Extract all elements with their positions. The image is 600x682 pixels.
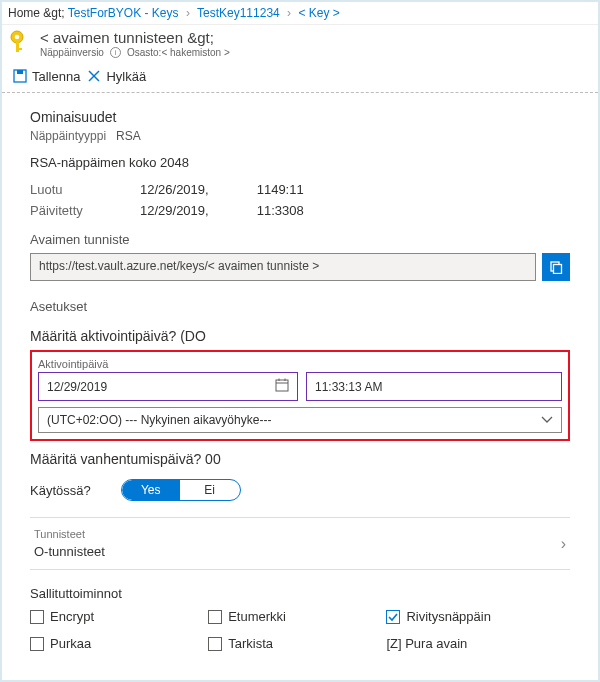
svg-point-1 [15, 35, 20, 40]
properties-heading: Ominaisuudet [30, 109, 570, 125]
created-time: 1149:11 [257, 182, 304, 197]
close-icon [86, 68, 102, 84]
calendar-icon [275, 378, 289, 395]
op-wrap-checkbox[interactable]: Rivitysnäppäin [386, 609, 564, 624]
op-decrypt-label: Purkaa [50, 636, 91, 651]
svg-rect-9 [554, 265, 562, 274]
toolbar: Tallenna Hylkää [2, 64, 598, 93]
updated-label: Päivitetty [30, 203, 100, 218]
timezone-select[interactable]: (UTC+02:OO) --- Nykyinen aikavyöhyke--- [38, 407, 562, 433]
copy-icon [549, 260, 563, 274]
op-unwrap-checkbox[interactable]: [Z] Pura avain [386, 636, 564, 651]
chevron-right-icon: › [283, 6, 295, 20]
breadcrumb-l2[interactable]: TestKey111234 [197, 6, 280, 20]
activation-date-value: 12/29/2019 [47, 380, 107, 394]
operations-heading: Sallituttoiminnot [30, 586, 570, 601]
expiration-question: Määritä vanhentumispäivä? 00 [30, 451, 570, 467]
breadcrumb-home: Home &gt; [8, 6, 65, 20]
save-label: Tallenna [32, 69, 80, 84]
info-icon[interactable]: i [110, 47, 121, 58]
key-icon [10, 29, 32, 55]
save-icon [12, 68, 28, 84]
activation-time-value: 11:33:13 AM [315, 380, 382, 394]
save-button[interactable]: Tallenna [12, 68, 80, 84]
updated-date: 12/29/2019, [140, 203, 209, 218]
svg-rect-10 [276, 380, 288, 391]
discard-label: Hylkää [106, 69, 146, 84]
activation-field-label: Aktivointipäivä [38, 358, 562, 370]
op-wrap-label: Rivitysnäppäin [406, 609, 491, 624]
page-subtitle-2: Osasto:< hakemiston > [127, 47, 230, 58]
keytype-value: RSA [116, 129, 141, 143]
svg-rect-5 [17, 70, 23, 74]
activation-date-input[interactable]: 12/29/2019 [38, 372, 298, 401]
identifier-field[interactable]: https://test.vault.azure.net/keys/< avai… [30, 253, 536, 281]
svg-rect-2 [16, 42, 19, 52]
discard-button[interactable]: Hylkää [86, 68, 146, 84]
breadcrumb-l3[interactable]: < Key > [298, 6, 339, 20]
op-verify-label: Tarkista [228, 636, 273, 651]
op-encrypt-label: Encrypt [50, 609, 94, 624]
copy-button[interactable] [542, 253, 570, 281]
enabled-toggle[interactable]: Yes Ei [121, 479, 241, 501]
toggle-yes: Yes [122, 480, 180, 500]
toggle-no: Ei [180, 483, 240, 497]
chevron-right-icon: › [561, 535, 566, 553]
svg-rect-3 [16, 48, 22, 50]
operations-section: Sallituttoiminnot Encrypt Etumerkki Rivi… [30, 586, 570, 663]
op-decrypt-checkbox[interactable]: Purkaa [30, 636, 208, 651]
page-subtitle-1: Näppäinversio [40, 47, 104, 58]
activation-highlight: Aktivointipäivä 12/29/2019 11:33:13 AM (… [30, 350, 570, 441]
identifier-label: Avaimen tunniste [30, 232, 570, 247]
keytype-label: Näppäintyyppi [30, 129, 116, 143]
content: Ominaisuudet Näppäintyyppi RSA RSA-näppä… [2, 93, 598, 679]
created-date: 12/26/2019, [140, 182, 209, 197]
tags-row[interactable]: Tunnisteet O-tunnisteet › [30, 517, 570, 570]
created-label: Luotu [30, 182, 100, 197]
enabled-label: Käytössä? [30, 483, 91, 498]
op-verify-checkbox[interactable]: Tarkista [208, 636, 386, 651]
op-sign-label: Etumerkki [228, 609, 286, 624]
breadcrumb: Home &gt; TestForBYOK - Keys › TestKey11… [2, 2, 598, 25]
tags-value: O-tunnisteet [34, 544, 105, 559]
breadcrumb-l1[interactable]: TestForBYOK - Keys [68, 6, 179, 20]
op-encrypt-checkbox[interactable]: Encrypt [30, 609, 208, 624]
op-sign-checkbox[interactable]: Etumerkki [208, 609, 386, 624]
tags-label: Tunnisteet [34, 528, 105, 540]
timezone-value: (UTC+02:OO) --- Nykyinen aikavyöhyke--- [47, 413, 271, 427]
page-title: < avaimen tunnisteen &gt; [40, 29, 230, 46]
activation-time-input[interactable]: 11:33:13 AM [306, 372, 562, 401]
page-header: < avaimen tunnisteen &gt; Näppäinversio … [2, 25, 598, 64]
chevron-down-icon [541, 413, 553, 427]
updated-time: 11:3308 [257, 203, 304, 218]
chevron-right-icon: › [182, 6, 194, 20]
op-unwrap-label: [Z] Pura avain [386, 636, 467, 651]
activation-question: Määritä aktivointipäivä? (DO [30, 328, 570, 344]
settings-heading: Asetukset [30, 299, 570, 314]
keysize-value: RSA-näppäimen koko 2048 [30, 155, 570, 170]
